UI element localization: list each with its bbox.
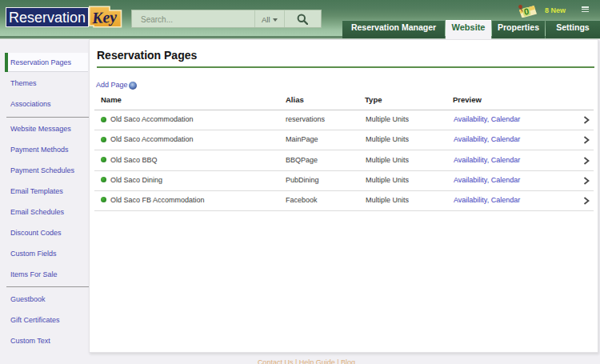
svg-text:Key: Key [90, 8, 117, 28]
